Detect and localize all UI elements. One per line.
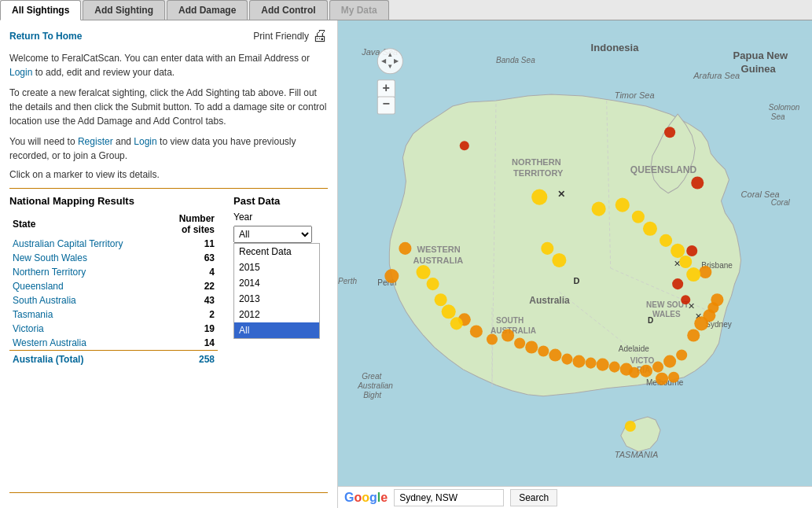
svg-point-80 <box>531 190 547 205</box>
state-count: 43 <box>163 293 218 307</box>
state-name[interactable]: Australian Capital Territory <box>9 237 163 251</box>
table-row: Northern Territory4 <box>9 265 218 279</box>
table-row: Australian Capital Territory11 <box>9 237 218 251</box>
state-count: 14 <box>163 336 218 351</box>
state-name[interactable]: Queensland <box>9 279 163 293</box>
table-row: South Australia43 <box>9 293 218 307</box>
svg-point-76 <box>629 367 640 378</box>
svg-point-47 <box>686 245 697 256</box>
table-row: Queensland22 <box>9 279 218 293</box>
welcome-text: Welcome to FeralCatScan. You can enter d… <box>9 51 328 79</box>
svg-point-77 <box>656 373 668 385</box>
state-name[interactable]: Western Australia <box>9 336 163 351</box>
register-link[interactable]: Register <box>78 136 113 147</box>
print-friendly-link[interactable]: Print Friendly 🖨 <box>253 27 328 45</box>
tab-add-damage[interactable]: Add Damage <box>167 0 248 20</box>
state-count: 63 <box>163 251 218 265</box>
svg-text:+: + <box>383 80 390 94</box>
dropdown-item-recent[interactable]: Recent Data <box>234 244 319 260</box>
left-panel: Return To Home Print Friendly 🖨 Welcome … <box>0 20 338 508</box>
past-data: Past Data Year All Recent Data 2015 2014… <box>233 195 328 366</box>
svg-point-82 <box>615 198 630 212</box>
dropdown-item-2012[interactable]: 2012 <box>234 307 319 322</box>
year-label: Year <box>233 212 328 223</box>
svg-point-65 <box>502 329 514 341</box>
state-count: 11 <box>163 237 218 251</box>
svg-text:WESTERN: WESTERN <box>417 245 461 254</box>
return-home-link[interactable]: Return To Home <box>9 31 82 42</box>
tab-add-sighting[interactable]: Add Sighting <box>83 0 165 20</box>
state-count: 19 <box>163 322 218 336</box>
dropdown-item-2014[interactable]: 2014 <box>234 275 319 291</box>
svg-point-86 <box>671 244 685 258</box>
table-row: Western Australia14 <box>9 336 218 351</box>
login-link-1[interactable]: Login <box>9 67 32 78</box>
svg-text:−: − <box>383 96 390 110</box>
year-select[interactable]: All Recent Data 2015 2014 2013 2012 <box>233 226 312 243</box>
svg-point-94 <box>541 242 553 255</box>
svg-text:Guinea: Guinea <box>741 63 777 75</box>
svg-point-84 <box>643 222 657 236</box>
year-dropdown-open[interactable]: Recent Data 2015 2014 2013 2012 All <box>233 243 320 339</box>
svg-text:Coral: Coral <box>771 198 791 207</box>
svg-text:TERRITORY: TERRITORY <box>513 168 564 178</box>
svg-point-55 <box>663 355 676 368</box>
state-name[interactable]: South Australia <box>9 293 163 307</box>
svg-text:Indonesia: Indonesia <box>591 42 640 53</box>
main-content: Return To Home Print Friendly 🖨 Welcome … <box>0 20 812 508</box>
print-label: Print Friendly <box>253 31 309 42</box>
map-search-input[interactable] <box>394 489 504 506</box>
past-data-heading: Past Data <box>233 195 328 207</box>
svg-text:Bight: Bight <box>363 391 382 399</box>
svg-text:Timor Sea: Timor Sea <box>615 90 655 100</box>
svg-point-72 <box>586 358 597 369</box>
results-container: National Mapping Results State Numberof … <box>9 195 328 366</box>
svg-point-62 <box>699 266 711 278</box>
svg-point-63 <box>470 325 483 337</box>
state-col-header: State <box>9 212 163 237</box>
svg-text:Great: Great <box>362 372 382 381</box>
svg-text:QUEENSLAND: QUEENSLAND <box>630 164 697 175</box>
svg-text:D: D <box>573 276 579 285</box>
national-heading: National Mapping Results <box>9 195 218 207</box>
total-label[interactable]: Australia (Total) <box>9 351 163 367</box>
svg-point-81 <box>592 202 606 216</box>
svg-point-53 <box>640 365 652 377</box>
svg-point-64 <box>487 333 498 344</box>
svg-point-83 <box>632 211 645 223</box>
tab-add-control[interactable]: Add Control <box>249 0 327 20</box>
dropdown-item-2015[interactable]: 2015 <box>234 260 319 275</box>
table-row: Tasmania2 <box>9 307 218 322</box>
svg-text:D: D <box>648 316 653 325</box>
state-name[interactable]: Victoria <box>9 322 163 336</box>
state-name[interactable]: Northern Territory <box>9 265 163 279</box>
state-name[interactable]: New South Wales <box>9 251 163 265</box>
svg-text:◀: ◀ <box>381 57 387 64</box>
svg-point-69 <box>549 349 561 362</box>
svg-point-92 <box>442 304 456 318</box>
svg-text:Papua New: Papua New <box>733 50 788 61</box>
svg-text:▼: ▼ <box>387 63 393 70</box>
svg-point-57 <box>687 329 700 341</box>
google-bar: Google Search <box>338 486 812 508</box>
year-dropdown-wrapper: All Recent Data 2015 2014 2013 2012 Rece… <box>233 226 328 243</box>
svg-point-52 <box>399 242 411 255</box>
divider-2 <box>9 492 328 493</box>
svg-point-46 <box>691 176 704 189</box>
state-name[interactable]: Tasmania <box>9 307 163 322</box>
map-panel[interactable]: Java Sea Banda Sea Indonesia Arafura Sea… <box>338 20 812 508</box>
svg-point-88 <box>686 267 700 282</box>
svg-text:Australian: Australian <box>357 381 393 390</box>
svg-text:✕: ✕ <box>557 189 565 200</box>
login-link-2[interactable]: Login <box>134 136 156 147</box>
divider-1 <box>9 188 328 189</box>
map-search-button[interactable]: Search <box>510 489 557 506</box>
tab-all-sightings[interactable]: All Sightings <box>0 0 81 20</box>
svg-text:VICTO: VICTO <box>630 356 655 365</box>
svg-point-45 <box>664 127 675 138</box>
dropdown-item-all[interactable]: All <box>234 322 319 338</box>
svg-point-68 <box>538 346 549 357</box>
svg-point-90 <box>416 265 430 279</box>
dropdown-item-2013[interactable]: 2013 <box>234 291 319 307</box>
svg-point-95 <box>552 253 566 267</box>
